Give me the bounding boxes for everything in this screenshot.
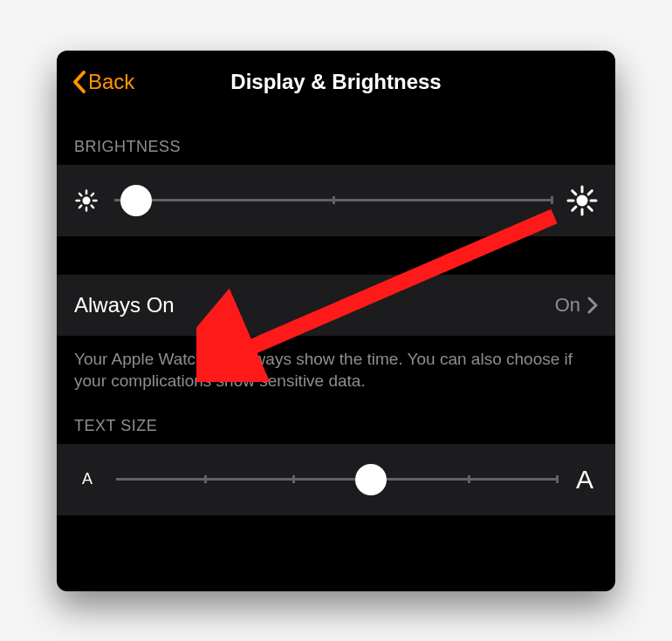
back-button[interactable]: Back: [72, 70, 134, 94]
svg-point-9: [577, 194, 588, 206]
svg-line-6: [92, 205, 93, 207]
navigation-bar: Back Display & Brightness: [57, 51, 615, 113]
back-label: Back: [88, 70, 134, 94]
svg-line-5: [79, 193, 81, 194]
section-header-text-size: TEXT SIZE: [57, 392, 615, 444]
chevron-right-icon: [587, 297, 598, 314]
chevron-left-icon: [72, 71, 86, 93]
always-on-value: On: [555, 294, 580, 317]
svg-line-15: [588, 207, 592, 210]
svg-line-14: [573, 190, 576, 194]
brightness-slider[interactable]: [114, 199, 551, 201]
text-size-small-icon: A: [74, 470, 100, 488]
svg-line-17: [588, 190, 592, 194]
text-size-slider[interactable]: [116, 478, 556, 481]
always-on-row[interactable]: Always On On: [57, 275, 615, 336]
brightness-high-icon: [566, 185, 598, 216]
text-size-slider-thumb[interactable]: [355, 464, 387, 495]
svg-line-8: [92, 193, 93, 194]
text-size-slider-row: A A: [57, 444, 615, 515]
settings-screen: Back Display & Brightness BRIGHTNESS: [57, 51, 615, 591]
brightness-slider-thumb[interactable]: [120, 185, 152, 216]
svg-point-0: [83, 196, 91, 204]
section-header-brightness: BRIGHTNESS: [57, 113, 615, 165]
svg-line-16: [573, 207, 576, 210]
text-size-large-icon: A: [572, 465, 598, 494]
brightness-low-icon: [74, 188, 99, 213]
page-title: Display & Brightness: [57, 70, 615, 94]
svg-line-7: [79, 205, 81, 207]
always-on-footer: Your Apple Watch can always show the tim…: [57, 336, 615, 392]
always-on-label: Always On: [74, 293, 175, 317]
brightness-slider-row: [57, 165, 615, 236]
